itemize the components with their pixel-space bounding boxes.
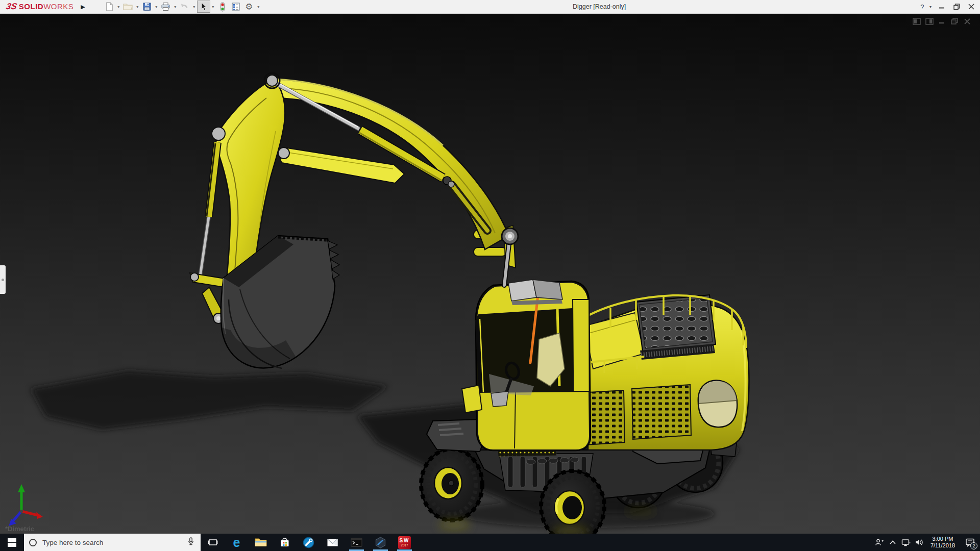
search-input[interactable]: Type here to search — [24, 534, 201, 551]
select-dropdown-caret[interactable]: ▾ — [210, 5, 216, 9]
roof-box — [508, 280, 536, 301]
doc-restore-icon[interactable] — [951, 18, 959, 25]
taskbar-settings-button[interactable] — [297, 534, 321, 551]
minimize-button[interactable] — [937, 2, 946, 12]
print-button[interactable] — [159, 1, 173, 13]
close-icon — [968, 4, 974, 10]
select-cursor-icon — [199, 2, 208, 11]
restore-icon — [953, 4, 960, 10]
titlebar: 3S SOLID WORKS ▶ ▾ ▾ — [0, 0, 980, 14]
clock[interactable]: 3:00 PM 7/11/2018 — [926, 534, 960, 551]
options-dropdown-caret[interactable]: ▾ — [256, 5, 261, 9]
doc-minimize-icon[interactable] — [938, 18, 946, 25]
help-button[interactable]: ? — [918, 2, 927, 12]
view-orientation-label: *Dimetric — [5, 525, 34, 533]
open-folder-icon — [123, 2, 133, 11]
windows-logo-icon — [8, 538, 16, 547]
pane-toggle-right-icon[interactable] — [925, 18, 934, 25]
notification-badge: 2 — [970, 542, 977, 549]
help-dropdown-caret[interactable]: ▾ — [929, 5, 932, 9]
sw-icon-label: SW — [399, 538, 409, 543]
brand-name-light: WORKS — [43, 2, 74, 11]
open-button[interactable] — [121, 1, 135, 13]
taskbar-store-button[interactable] — [273, 534, 297, 551]
gear-icon: ⚙ — [245, 3, 253, 11]
windows-taskbar: Type here to search e — [0, 534, 980, 551]
options-button[interactable]: ⚙ — [242, 1, 256, 13]
taskbar-explorer-button[interactable] — [249, 534, 273, 551]
traffic-light-icon — [219, 2, 226, 12]
feature-panel-collapsed-tab[interactable] — [0, 265, 6, 294]
taskbar-edge-button[interactable]: e — [225, 534, 249, 551]
taskbar-cmd-button[interactable] — [345, 534, 369, 551]
toolbar-flyout-icon[interactable]: ▶ — [81, 4, 85, 10]
undo-button[interactable] — [178, 1, 191, 13]
front-right-wheel — [541, 471, 604, 534]
save-button[interactable] — [140, 1, 154, 13]
people-icon — [875, 538, 884, 546]
taskbar-mail-button[interactable] — [321, 534, 345, 551]
store-icon — [279, 537, 290, 548]
open-dropdown-caret[interactable]: ▾ — [135, 5, 140, 9]
front-left-wheel — [421, 449, 482, 520]
close-button[interactable] — [967, 2, 976, 12]
tray-overflow-button[interactable] — [886, 534, 899, 551]
new-document-icon — [105, 2, 114, 11]
solidworks-2017-icon: SW 2017 — [398, 536, 411, 549]
taskbar-composer-button[interactable] — [369, 534, 393, 551]
undo-dropdown-caret[interactable]: ▾ — [191, 5, 197, 9]
new-dropdown-caret[interactable]: ▾ — [116, 5, 121, 9]
ds-logo-icon: 3S — [5, 2, 18, 12]
search-placeholder: Type here to search — [42, 539, 103, 546]
save-dropdown-caret[interactable]: ▾ — [154, 5, 159, 9]
people-button[interactable] — [873, 534, 886, 551]
brand-name-bold: SOLID — [19, 2, 43, 11]
minimize-icon — [939, 4, 945, 10]
rebuild-button[interactable] — [216, 1, 229, 13]
document-window-controls — [913, 18, 972, 25]
graphics-viewport[interactable]: *Dimetric — [0, 14, 980, 534]
restore-button[interactable] — [952, 2, 961, 12]
window-controls: ? ▾ — [918, 2, 976, 12]
system-tray: 3:00 PM 7/11/2018 2 — [873, 534, 980, 551]
network-button[interactable] — [899, 534, 913, 551]
speaker-icon — [915, 538, 924, 546]
edge-icon: e — [233, 536, 240, 549]
cortana-icon — [29, 539, 37, 546]
rear-oval-window — [698, 381, 737, 428]
wrench-circle-icon — [303, 537, 314, 548]
chevron-up-icon — [889, 540, 896, 545]
save-floppy-icon — [142, 2, 152, 11]
print-icon — [161, 2, 170, 11]
network-icon — [901, 538, 911, 546]
solidworks-logo: 3S SOLID WORKS — [6, 2, 74, 12]
cab — [462, 280, 591, 450]
properties-list-icon — [231, 2, 240, 11]
file-explorer-icon — [255, 537, 267, 547]
command-prompt-icon — [351, 537, 362, 547]
properties-button[interactable] — [229, 1, 242, 13]
panel-tab-grip-icon — [2, 279, 4, 281]
clock-date: 7/11/2018 — [930, 542, 955, 549]
start-button[interactable] — [0, 534, 24, 551]
window-title: Digger [Read-only] — [573, 3, 626, 10]
new-document-button[interactable] — [103, 1, 116, 13]
microphone-icon[interactable] — [186, 537, 195, 548]
task-view-icon — [208, 538, 218, 547]
volume-button[interactable] — [913, 534, 926, 551]
hexagon-app-icon — [375, 537, 386, 548]
action-center-button[interactable]: 2 — [960, 534, 980, 551]
print-dropdown-caret[interactable]: ▾ — [173, 5, 178, 9]
doc-close-icon[interactable] — [964, 18, 972, 25]
select-tool-button[interactable] — [197, 1, 210, 13]
sw-icon-year: 2017 — [401, 543, 408, 547]
task-view-button[interactable] — [201, 534, 225, 551]
model-scene[interactable] — [0, 14, 980, 534]
taskbar-solidworks-button[interactable]: SW 2017 — [393, 534, 416, 551]
clock-time: 3:00 PM — [932, 536, 953, 542]
pane-toggle-left-icon[interactable] — [913, 18, 921, 25]
mail-icon — [327, 538, 338, 547]
undo-icon — [180, 2, 189, 11]
quick-toolbar: ▾ ▾ ▾ ▾ — [103, 1, 261, 13]
